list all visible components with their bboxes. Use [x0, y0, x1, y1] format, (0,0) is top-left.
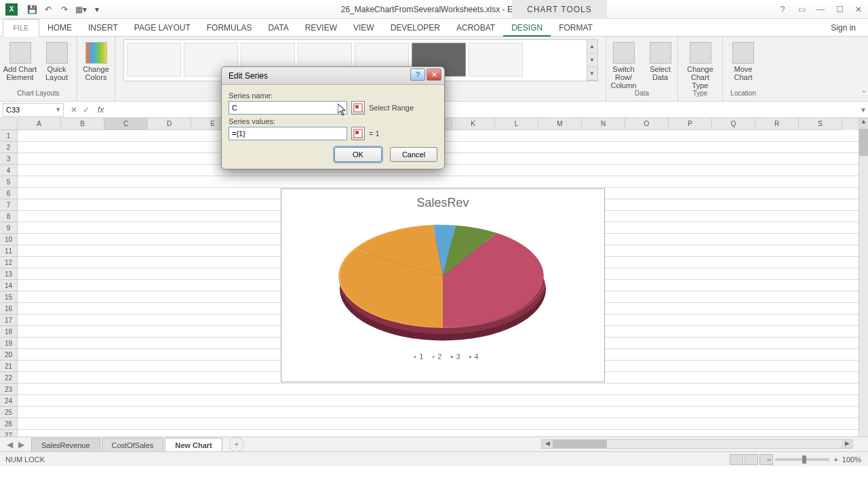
row-header[interactable]: 13 — [0, 268, 17, 280]
sheet-nav-first-icon[interactable]: ◀ — [7, 440, 13, 449]
tab-view[interactable]: VIEW — [345, 19, 382, 37]
zoom-out-icon[interactable]: − — [767, 455, 771, 464]
row-header[interactable]: 10 — [0, 234, 17, 245]
row-header[interactable]: 6 — [0, 188, 17, 199]
qat-customize-icon[interactable]: ▾ — [91, 3, 103, 16]
change-colors-button[interactable]: Change Colors — [79, 42, 113, 81]
chart-object[interactable]: SalesRev — [281, 188, 605, 382]
tab-acrobat[interactable]: ACROBAT — [448, 19, 503, 37]
row-header[interactable]: 1 — [0, 130, 17, 142]
row-header[interactable]: 9 — [0, 222, 17, 234]
tab-format[interactable]: FORMAT — [551, 19, 601, 37]
row-header[interactable]: 15 — [0, 291, 17, 303]
help-icon[interactable]: ? — [773, 0, 792, 19]
dialog-help-button[interactable]: ? — [410, 68, 425, 81]
column-header[interactable]: M — [538, 118, 582, 130]
vertical-scrollbar[interactable]: ▲ — [859, 118, 868, 436]
column-header[interactable]: P — [669, 118, 712, 130]
dialog-close-button[interactable]: ✕ — [427, 68, 441, 81]
new-sheet-button[interactable]: + — [229, 437, 244, 452]
qat-redo-icon[interactable]: ↷ — [58, 3, 71, 16]
close-icon[interactable]: ✕ — [849, 0, 868, 19]
row-header[interactable]: 16 — [0, 303, 17, 314]
hscroll-thumb[interactable] — [553, 440, 607, 448]
series-values-range-button[interactable] — [351, 127, 365, 140]
column-header[interactable]: N — [582, 118, 625, 130]
quick-layout-button[interactable]: Quick Layout — [40, 42, 74, 81]
column-header[interactable]: C — [104, 118, 148, 130]
gallery-down-icon[interactable]: ▼ — [587, 54, 597, 67]
scroll-thumb[interactable] — [859, 129, 868, 156]
row-header[interactable]: 7 — [0, 199, 17, 211]
tab-review[interactable]: REVIEW — [297, 19, 345, 37]
page-layout-view-button[interactable] — [745, 454, 758, 465]
tab-page-layout[interactable]: PAGE LAYOUT — [126, 19, 199, 37]
name-box-dropdown-icon[interactable]: ▾ — [56, 105, 60, 114]
qat-touch-icon[interactable]: ▦▾ — [75, 3, 87, 16]
pie-chart[interactable] — [334, 218, 551, 347]
expand-formula-bar-icon[interactable]: ▾ — [861, 105, 865, 115]
gallery-up-icon[interactable]: ▲ — [587, 40, 597, 54]
change-chart-type-button[interactable]: Change Chart Type — [684, 42, 717, 89]
enter-formula-icon[interactable]: ✓ — [83, 105, 90, 115]
chart-legend[interactable]: 1 2 3 4 — [281, 352, 604, 361]
row-header[interactable]: 11 — [0, 245, 17, 257]
switch-row-column-button[interactable]: Switch Row/ Column — [607, 42, 641, 89]
qat-undo-icon[interactable]: ↶ — [42, 3, 54, 16]
normal-view-button[interactable] — [730, 454, 743, 465]
row-header[interactable]: 24 — [0, 395, 17, 407]
move-chart-button[interactable]: Move Chart — [726, 42, 760, 81]
zoom-slider[interactable] — [775, 458, 829, 461]
tab-developer[interactable]: DEVELOPER — [382, 19, 448, 37]
tab-formulas[interactable]: FORMULAS — [199, 19, 260, 37]
tab-data[interactable]: DATA — [260, 19, 296, 37]
zoom-in-icon[interactable]: + — [833, 455, 837, 464]
column-header[interactable]: D — [148, 118, 191, 130]
row-header[interactable]: 27 — [0, 430, 17, 436]
maximize-icon[interactable]: ☐ — [830, 0, 849, 19]
scroll-up-icon[interactable]: ▲ — [859, 118, 868, 129]
select-all[interactable] — [0, 118, 17, 130]
zoom-level[interactable]: 100% — [842, 455, 861, 464]
file-tab[interactable]: FILE — [3, 19, 39, 37]
sheet-nav-prev-icon[interactable]: ▶ — [18, 440, 24, 449]
qat-save-icon[interactable]: 💾 — [26, 3, 38, 16]
row-header[interactable]: 26 — [0, 418, 17, 430]
horizontal-scrollbar[interactable]: ◀ ▶ — [541, 439, 853, 449]
cancel-button[interactable]: Cancel — [390, 147, 437, 162]
row-header[interactable]: 17 — [0, 314, 17, 326]
row-header[interactable]: 23 — [0, 384, 17, 395]
row-header[interactable]: 19 — [0, 338, 17, 349]
add-chart-element-button[interactable]: Add Chart Element — [3, 42, 37, 81]
minimize-icon[interactable]: — — [811, 0, 830, 19]
fx-label[interactable]: fx — [98, 105, 104, 115]
column-header[interactable]: R — [755, 118, 799, 130]
column-header[interactable]: S — [799, 118, 842, 130]
series-name-input[interactable] — [229, 101, 347, 115]
column-header[interactable]: O — [625, 118, 669, 130]
series-name-range-button[interactable] — [351, 101, 365, 115]
row-header[interactable]: 21 — [0, 361, 17, 372]
sheet-tab-newchart[interactable]: New Chart — [165, 438, 222, 451]
ok-button[interactable]: OK — [334, 147, 382, 162]
chart-title[interactable]: SalesRev — [281, 189, 604, 210]
column-header[interactable]: K — [452, 118, 495, 130]
row-header[interactable]: 22 — [0, 372, 17, 384]
cancel-formula-icon[interactable]: ✕ — [71, 105, 77, 115]
sheet-tab-salesrevenue[interactable]: SalesRevenue — [31, 438, 100, 451]
column-header[interactable]: A — [18, 118, 61, 130]
row-header[interactable]: 20 — [0, 349, 17, 361]
name-box[interactable]: C33 ▾ — [3, 103, 64, 117]
row-header[interactable]: 18 — [0, 326, 17, 338]
dialog-titlebar[interactable]: Edit Series ? ✕ — [222, 67, 444, 85]
row-header[interactable]: 4 — [0, 165, 17, 176]
column-header[interactable]: L — [495, 118, 538, 130]
select-data-button[interactable]: Select Data — [644, 42, 677, 89]
tab-design[interactable]: DESIGN — [503, 19, 551, 37]
tab-insert[interactable]: INSERT — [80, 19, 126, 37]
row-header[interactable]: 14 — [0, 280, 17, 291]
hscroll-left-icon[interactable]: ◀ — [542, 440, 553, 448]
tab-home[interactable]: HOME — [39, 19, 80, 37]
row-header[interactable]: 3 — [0, 153, 17, 165]
style-thumb[interactable] — [127, 43, 181, 77]
